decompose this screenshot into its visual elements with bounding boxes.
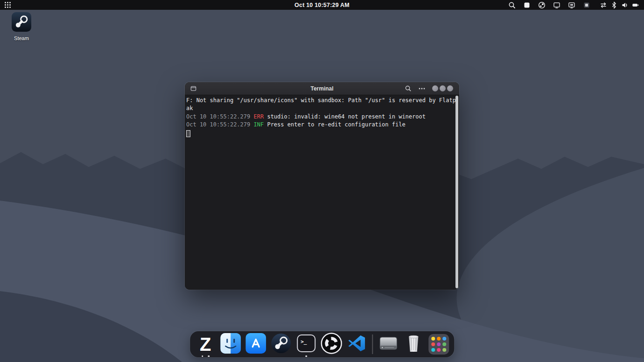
top-bar: Oct 10 10:57:29 AM [0, 0, 644, 10]
app-grid-dot [442, 337, 446, 341]
clock[interactable]: Oct 10 10:57:29 AM [294, 2, 350, 8]
dock-item-files[interactable] [220, 334, 241, 355]
app-window-icon[interactable] [189, 84, 197, 92]
dock-item-steam[interactable] [270, 334, 292, 355]
app-grid-dot [437, 348, 441, 352]
battery-icon [632, 1, 639, 9]
steam-icon [271, 333, 291, 355]
app-grid-dot [442, 348, 446, 352]
terminal-output: F: Not sharing "/usr/share/icons" with s… [186, 97, 453, 129]
terminal-line: ak [186, 104, 453, 112]
window-menu-icon[interactable] [418, 85, 426, 92]
steam-tray-icon[interactable] [538, 1, 546, 9]
obs-studio-icon [321, 333, 342, 356]
dock-item-vscode[interactable] [346, 334, 367, 355]
terminal-text-segment: Oct 10 10:55:22.279 [186, 113, 254, 120]
terminal-text-segment: Press enter to re-edit configuration fil… [264, 121, 405, 128]
terminal-titlebar[interactable]: Terminal [185, 82, 459, 95]
dock-item-app-store[interactable] [245, 334, 266, 355]
terminal-window: Terminal F: Not sharing "/usr/share/icon… [185, 82, 459, 290]
dock-item-zed[interactable]: Z [195, 334, 216, 355]
dock-item-app-launcher[interactable] [428, 334, 449, 355]
app-grid-dot [437, 337, 441, 341]
terminal-text-segment: ERR [254, 113, 264, 120]
running-indicator [295, 355, 317, 357]
desktop-icon-label: Steam [14, 35, 29, 41]
external-drive-icon [378, 333, 399, 355]
terminal-prompt-glyph: >_ [301, 339, 307, 345]
terminal-content[interactable]: F: Not sharing "/usr/share/icons" with s… [185, 95, 459, 290]
terminal-cursor [186, 130, 190, 137]
app-grid-dot [431, 337, 435, 341]
vscode-icon [347, 334, 366, 355]
app-store-icon [245, 333, 266, 355]
system-indicators[interactable] [600, 1, 639, 9]
terminal-text-segment: Oct 10 10:55:22.279 [186, 121, 254, 128]
terminal-text-segment: INF [254, 121, 264, 128]
close-button[interactable] [447, 85, 453, 91]
minimize-button[interactable] [432, 85, 438, 91]
dock-item-terminal[interactable]: >_ [295, 334, 317, 355]
status-area [508, 1, 639, 9]
terminal-line: F: Not sharing "/usr/share/icons" with s… [186, 97, 453, 104]
activities-grid-icon[interactable] [5, 2, 11, 8]
tray-icon-2[interactable] [568, 1, 575, 9]
dock-item-trash[interactable] [403, 334, 424, 355]
dock-item-external-drive[interactable] [378, 334, 399, 355]
running-indicator [195, 355, 216, 357]
tray-icon-3[interactable] [583, 1, 590, 9]
terminal-scrollbar[interactable] [455, 96, 458, 288]
running-dot [202, 355, 203, 357]
maximize-button[interactable] [440, 85, 446, 91]
workspace-arrows-icon [600, 1, 607, 9]
app-grid-dot [431, 342, 435, 346]
dock-item-obs-studio[interactable] [321, 334, 342, 355]
running-dot [208, 355, 210, 357]
terminal-line: Oct 10 10:55:22.279 ERR studio: invalid:… [186, 113, 453, 121]
dock: Z [190, 331, 454, 357]
search-icon[interactable] [508, 1, 516, 9]
dock-separator [372, 334, 373, 354]
apps-launcher-grid [428, 334, 449, 355]
bluetooth-icon [610, 1, 618, 9]
app-grid-dot [437, 342, 441, 346]
files-finder-icon [220, 333, 241, 355]
tray-icon-1[interactable] [553, 1, 560, 9]
terminal-text-segment: ak [186, 105, 193, 111]
terminal-text-segment: studio: invalid: wine64 not present in w… [264, 113, 426, 120]
running-dot [306, 355, 308, 357]
trash-icon [403, 333, 424, 355]
terminal-line: Oct 10 10:55:22.279 INF Press enter to r… [186, 121, 453, 129]
terminal-app-icon: >_ [296, 333, 316, 355]
screen-indicator-icon[interactable] [523, 1, 531, 9]
desktop-icon-steam[interactable]: Steam [9, 12, 34, 41]
app-grid-dot [442, 342, 446, 346]
window-controls [432, 85, 453, 91]
steam-icon [12, 12, 31, 34]
app-grid-dot [431, 348, 435, 352]
terminal-text-segment: F: Not sharing "/usr/share/icons" with s… [186, 97, 456, 104]
terminal-search-icon[interactable] [404, 85, 412, 92]
zed-icon: Z [195, 334, 216, 355]
volume-icon [621, 1, 629, 9]
